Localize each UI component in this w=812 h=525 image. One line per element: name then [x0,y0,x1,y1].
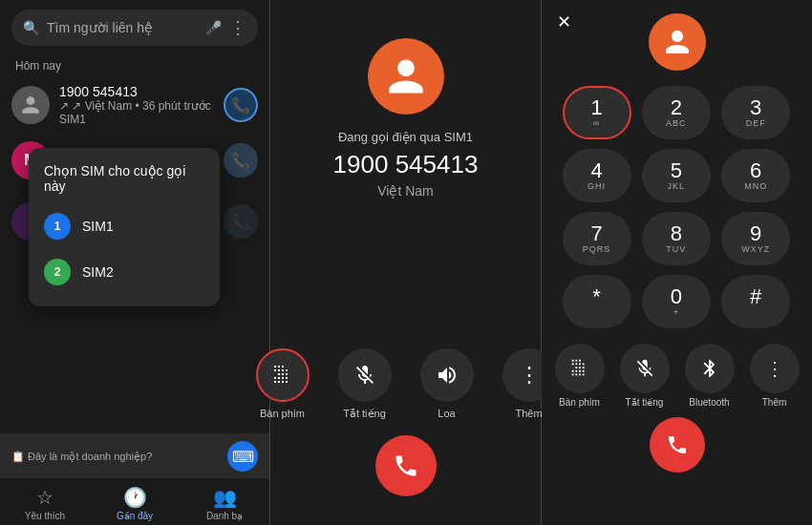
p3-action-mute[interactable]: Tắt tiếng [620,344,670,408]
dial-key-7[interactable]: 7 PQRS [563,212,631,265]
mute-label: Tắt tiếng [343,408,386,420]
tab-contacts[interactable]: 👥 Danh bạ [180,478,269,525]
close-button[interactable]: ✕ [557,11,571,32]
mic-icon[interactable]: 🎤 [205,20,222,35]
sim2-label: SIM2 [82,264,114,280]
call-country: Việt Nam [377,183,434,199]
dial-key-6[interactable]: 6 MNO [721,149,790,202]
dialpad-grid: 1 ∞ 2 ABC 3 DEF 4 GHI 5 JKL 6 MNO 7 [563,86,792,328]
call-number: 1900 545413 [333,150,479,179]
contacts-icon: 👥 [213,486,237,509]
contact-sim-1900: SIM1 [59,113,214,126]
favorites-label: Yêu thích [25,511,65,521]
recent-label: Gần đây [117,511,153,521]
tab-recent[interactable]: 🕐 Gần đây [90,478,180,525]
avatar-1900 [11,86,50,124]
p3-mute-label: Tắt tiếng [626,397,664,408]
action-dialpad[interactable]: Bàn phím [256,348,310,420]
call-button-blurred-1[interactable]: 📞 [224,204,258,239]
sim2-option[interactable]: 2 SIM2 [29,249,220,295]
p3-action-more[interactable]: ⋮ Thêm [750,344,800,408]
bottom-nav: ☆ Yêu thích 🕐 Gần đây 👥 Danh bạ [0,477,269,525]
p3-more-circle: ⋮ [750,344,800,393]
dialpad-label: Bàn phím [260,408,305,419]
action-speaker[interactable]: Loa [420,348,474,420]
call-button-1900[interactable]: 📞 [224,88,258,122]
sim1-option[interactable]: 1 SIM1 [29,203,220,249]
dialpad-panel: ✕ 1 ∞ 2 ABC 3 DEF 4 GHI 5 JKL [542,0,812,525]
call-status: Đang gọi điện qua SIM1 [338,130,473,144]
end-call-button[interactable] [375,435,437,496]
call-arrow: ↗ [59,99,69,113]
p3-mute-circle [620,344,670,393]
search-icon: 🔍 [23,20,39,35]
favorites-icon: ☆ [36,486,53,509]
dialpad-fab[interactable]: ⌨ [227,441,258,472]
contacts-label: Danh bạ [206,511,243,521]
mute-circle [338,348,392,402]
dial-key-1[interactable]: 1 ∞ [563,86,631,139]
sim2-badge: 2 [44,259,71,285]
panel3-actions: Bàn phím Tắt tiếng Bluetooth ⋮ Thêm [542,344,812,408]
active-call-panel: Đang gọi điện qua SIM1 1900 545413 Việt … [270,0,541,525]
dial-key-3[interactable]: 3 DEF [721,86,790,139]
sim-chooser-popup: Chọn SIM cho cuộc gọi này 1 SIM1 2 SIM2 [29,148,220,306]
contacts-panel: 🔍 Tìm người liên hệ 🎤 ⋮ Hôm nay 1900 545… [0,0,269,525]
dial-key-0[interactable]: 0 + [642,275,711,328]
dial-key-8[interactable]: 8 TUV [642,212,711,265]
dial-key-hash[interactable]: # - [721,275,790,328]
dial-key-star[interactable]: * - [563,275,631,328]
call-actions-row: Bàn phím Tắt tiếng Loa ⋮ Thêm [256,348,556,420]
p3-bluetooth-label: Bluetooth [689,397,729,408]
more-icon[interactable]: ⋮ [229,17,246,38]
speaker-label: Loa [438,408,455,419]
p3-more-label: Thêm [762,397,787,408]
sim-popup-title: Chọn SIM cho cuộc gọi này [29,159,220,203]
message-bar: 📋 Đây là một doanh nghiệp? ⌨ [0,433,269,479]
sim1-badge: 1 [44,213,71,240]
dial-key-2[interactable]: 2 ABC [642,86,711,139]
end-call-button-small[interactable] [650,417,705,472]
more-label: Thêm [515,408,542,419]
p3-action-dialpad[interactable]: Bàn phím [555,344,605,408]
contact-info-1900: 1900 545413 ↗ ↗ Việt Nam • 36 phút trước… [59,84,214,126]
recent-icon: 🕐 [123,486,147,509]
caller-avatar-small [649,13,706,71]
action-mute[interactable]: Tắt tiếng [338,348,392,420]
dialpad-circle [256,348,310,402]
contact-detail-1900: ↗ ↗ Việt Nam • 36 phút trước [59,99,214,113]
sim1-label: SIM1 [82,219,114,234]
p3-action-bluetooth[interactable]: Bluetooth [685,344,735,408]
p3-dialpad-circle [555,344,605,393]
search-input[interactable]: Tìm người liên hệ [47,20,198,35]
message-text: 📋 Đây là một doanh nghiệp? [11,451,152,463]
dial-key-4[interactable]: 4 GHI [563,149,631,202]
p3-dialpad-label: Bàn phím [559,397,600,408]
contact-item-1900: 1900 545413 ↗ ↗ Việt Nam • 36 phút trước… [0,76,269,134]
caller-avatar [368,38,444,115]
p3-bluetooth-circle [685,344,735,393]
speaker-circle [420,348,474,402]
call-button-me[interactable]: 📞 [224,143,258,178]
contact-name-1900: 1900 545413 [59,84,214,99]
dial-key-9[interactable]: 9 WXYZ [721,212,790,265]
section-today: Hôm nay [0,55,269,76]
search-bar[interactable]: 🔍 Tìm người liên hệ 🎤 ⋮ [11,10,258,46]
tab-favorites[interactable]: ☆ Yêu thích [0,478,90,525]
dial-key-5[interactable]: 5 JKL [642,149,711,202]
